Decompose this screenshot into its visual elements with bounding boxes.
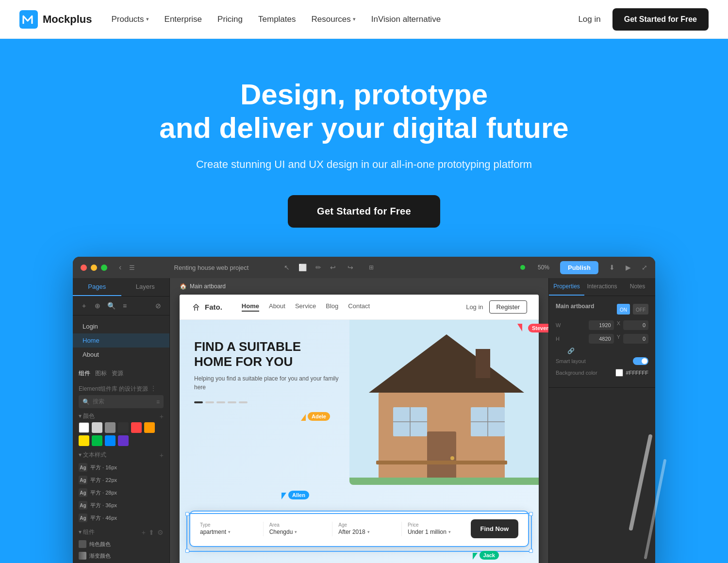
text-style-16px[interactable]: Ag 平方 · 16px bbox=[79, 461, 164, 474]
mockplus-logo-icon bbox=[19, 10, 38, 29]
sidebar-toggle-icon[interactable]: ☰ bbox=[129, 264, 135, 271]
fullscreen-icon[interactable]: ⤢ bbox=[642, 264, 647, 271]
component-settings-icon[interactable]: ⚙ bbox=[157, 529, 164, 536]
add-folder-icon[interactable]: ⊕ bbox=[92, 300, 103, 311]
mockup-login-link[interactable]: Log in bbox=[466, 303, 483, 311]
age-value[interactable]: After 2018 ▾ bbox=[338, 529, 396, 535]
component-search[interactable]: 🔍 搜索 ≡ bbox=[79, 395, 164, 408]
age-label: Age bbox=[338, 522, 396, 528]
color-swatch-red[interactable] bbox=[131, 422, 142, 433]
nav-cta-button[interactable]: Get Started for Free bbox=[612, 8, 709, 31]
text-style-28px[interactable]: Ag 平方 · 28px bbox=[79, 486, 164, 499]
redo-icon[interactable]: ↪ bbox=[347, 264, 353, 271]
nav-item-resources[interactable]: Resources ▾ bbox=[312, 15, 356, 24]
text-style-36px[interactable]: Ag 平方 · 36px bbox=[79, 499, 164, 512]
color-swatch-lightgray[interactable] bbox=[92, 422, 102, 433]
handle-tl[interactable] bbox=[185, 512, 189, 516]
add-text-style-icon[interactable]: + bbox=[160, 451, 164, 459]
publish-button[interactable]: Publish bbox=[560, 261, 598, 274]
zoom-level[interactable]: 50% bbox=[533, 262, 554, 273]
color-swatch-blue[interactable] bbox=[105, 435, 116, 446]
handle-tr[interactable] bbox=[529, 512, 533, 516]
cursor-tool-icon[interactable]: ↖ bbox=[284, 264, 290, 271]
list-view-icon[interactable]: ≡ bbox=[119, 300, 130, 311]
handle-bl[interactable] bbox=[185, 549, 189, 553]
cursor-arrow-jack bbox=[473, 553, 478, 560]
mockup-site: Fato. Home About Service Blog Contact Lo… bbox=[180, 295, 539, 563]
pen-tool-icon[interactable]: ✏ bbox=[315, 264, 321, 271]
export-icon[interactable]: ⬇ bbox=[609, 264, 615, 271]
color-swatch-purple[interactable] bbox=[118, 435, 129, 446]
add-component-icon[interactable]: + bbox=[142, 529, 146, 536]
undo-icon[interactable]: ↩ bbox=[330, 264, 336, 271]
height-input[interactable] bbox=[589, 334, 614, 344]
add-color-icon[interactable]: + bbox=[160, 413, 164, 420]
nav-item-products[interactable]: Products ▾ bbox=[111, 15, 149, 24]
price-value[interactable]: Under 1 million ▾ bbox=[408, 529, 465, 535]
import-component-icon[interactable]: ⬆ bbox=[149, 529, 154, 536]
search-pages-icon[interactable]: 🔍 bbox=[106, 300, 116, 311]
width-input[interactable] bbox=[589, 320, 614, 330]
text-style-22px[interactable]: Ag 平方 · 22px bbox=[79, 474, 164, 486]
mockup-nav-about[interactable]: About bbox=[269, 302, 285, 312]
login-button[interactable]: Log in bbox=[578, 15, 600, 24]
page-item-home[interactable]: Home bbox=[73, 333, 169, 348]
tab-icon[interactable]: 图标 bbox=[95, 369, 107, 378]
component-gradient[interactable]: 渐变颜色 bbox=[79, 550, 164, 562]
add-page-icon[interactable]: + bbox=[79, 300, 89, 311]
mockup-nav-home[interactable]: Home bbox=[242, 302, 259, 312]
mockup-nav-blog[interactable]: Blog bbox=[326, 302, 338, 312]
mockup-register-button[interactable]: Register bbox=[489, 300, 527, 314]
nav-item-enterprise[interactable]: Enterprise bbox=[165, 15, 202, 24]
bg-color-row: Background color #FFFFFF bbox=[556, 369, 648, 377]
tab-notes[interactable]: Notes bbox=[620, 278, 655, 296]
color-swatch-darkgray[interactable] bbox=[118, 422, 129, 433]
tab-pages[interactable]: Pages bbox=[73, 278, 121, 296]
tab-resource[interactable]: 资源 bbox=[112, 369, 123, 378]
hero-cta-button[interactable]: Get Started for Free bbox=[288, 195, 440, 228]
preview-icon[interactable]: ▶ bbox=[626, 264, 631, 271]
artboard-label-right: Main artboard bbox=[556, 303, 594, 310]
mockup-nav-contact[interactable]: Contact bbox=[348, 302, 370, 312]
minimize-window-button[interactable] bbox=[91, 265, 97, 271]
find-now-button[interactable]: Find Now bbox=[471, 519, 519, 538]
text-style-46px[interactable]: Ag 平方 · 46px bbox=[79, 512, 164, 524]
color-swatch-gray[interactable] bbox=[105, 422, 116, 433]
color-swatch-orange[interactable] bbox=[144, 422, 155, 433]
close-window-button[interactable] bbox=[81, 265, 87, 271]
artboard-toggle-off[interactable]: OFF bbox=[633, 304, 648, 315]
component-solid-color[interactable]: 纯色颜色 bbox=[79, 538, 164, 550]
chevron-down-icon: ▾ bbox=[353, 16, 356, 22]
align-icon[interactable]: ⊞ bbox=[369, 264, 374, 271]
maximize-window-button[interactable] bbox=[101, 265, 107, 271]
tab-component[interactable]: 组件 bbox=[79, 369, 90, 378]
tab-properties[interactable]: Properties bbox=[549, 278, 584, 296]
page-item-about[interactable]: About bbox=[73, 348, 169, 362]
tab-interactions[interactable]: Interactions bbox=[584, 278, 620, 296]
more-icon[interactable]: ⊘ bbox=[153, 300, 164, 311]
artboard-toggle-on[interactable]: ON bbox=[617, 304, 630, 315]
color-swatch-white[interactable] bbox=[79, 422, 89, 433]
nav-item-templates[interactable]: Templates bbox=[258, 15, 296, 24]
logo-link[interactable]: Mockplus bbox=[19, 10, 92, 29]
bg-color-swatch bbox=[615, 369, 623, 377]
area-value[interactable]: Chengdu ▾ bbox=[269, 529, 327, 535]
y-input[interactable] bbox=[623, 334, 648, 344]
tab-layers[interactable]: Layers bbox=[121, 278, 170, 296]
type-value[interactable]: apartment ▾ bbox=[200, 529, 257, 535]
component-more-icon[interactable]: ⋮ bbox=[150, 384, 157, 392]
frame-tool-icon[interactable]: ⬜ bbox=[298, 264, 307, 271]
page-item-login[interactable]: Login bbox=[73, 319, 169, 333]
color-swatch-green[interactable] bbox=[92, 435, 102, 446]
bg-color-preview[interactable]: #FFFFFF bbox=[615, 369, 648, 377]
nav-item-pricing[interactable]: Pricing bbox=[217, 15, 243, 24]
back-icon[interactable]: ‹ bbox=[119, 263, 121, 272]
dot-3 bbox=[216, 401, 225, 403]
color-swatch-yellow[interactable] bbox=[79, 435, 89, 446]
smart-layout-switch[interactable] bbox=[633, 357, 648, 365]
mockup-nav-service[interactable]: Service bbox=[295, 302, 316, 312]
list-icon[interactable]: ≡ bbox=[156, 398, 160, 405]
nav-item-invision[interactable]: InVision alternative bbox=[371, 15, 441, 24]
x-input[interactable] bbox=[623, 320, 648, 330]
handle-br[interactable] bbox=[529, 549, 533, 553]
